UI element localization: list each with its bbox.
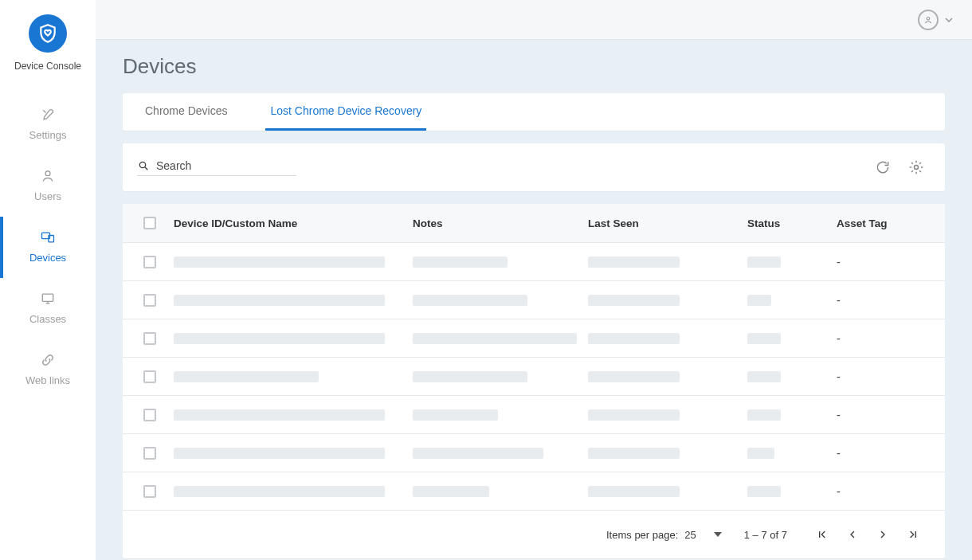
page-range: 1 – 7 of 7 bbox=[744, 529, 787, 541]
sidebar-item-label: Users bbox=[34, 190, 61, 202]
nav: Settings Users Devices Classes bbox=[0, 94, 96, 401]
table-row[interactable]: - bbox=[123, 395, 945, 433]
row-checkbox[interactable] bbox=[143, 485, 156, 498]
items-per-page-label: Items per page: bbox=[606, 529, 678, 541]
search-icon bbox=[137, 159, 150, 172]
svg-point-4 bbox=[927, 17, 930, 20]
chevron-left-icon bbox=[846, 528, 859, 541]
topbar bbox=[96, 0, 972, 40]
placeholder-notes bbox=[413, 333, 577, 344]
last-page-button[interactable] bbox=[900, 522, 926, 547]
svg-point-0 bbox=[45, 171, 50, 176]
placeholder-device bbox=[174, 371, 319, 382]
column-header-status[interactable]: Status bbox=[741, 217, 830, 229]
placeholder-device bbox=[174, 486, 385, 497]
table-row[interactable]: - bbox=[123, 242, 945, 280]
placeholder-notes bbox=[413, 486, 489, 497]
placeholder-status bbox=[747, 371, 781, 382]
sidebar-item-label: Classes bbox=[29, 313, 66, 325]
devices-icon bbox=[40, 229, 56, 245]
avatar bbox=[918, 10, 939, 30]
content-area: Devices Chrome Devices Lost Chrome Devic… bbox=[96, 40, 972, 560]
placeholder-lastseen bbox=[588, 257, 680, 268]
asset-tag-cell: - bbox=[830, 447, 945, 460]
table-header-row: Device ID/Custom Name Notes Last Seen St… bbox=[123, 204, 945, 242]
placeholder-device bbox=[174, 333, 385, 344]
tab-chrome-devices[interactable]: Chrome Devices bbox=[140, 93, 232, 131]
sidebar-item-label: Settings bbox=[29, 129, 67, 141]
user-avatar-icon bbox=[923, 14, 934, 25]
monitor-icon bbox=[40, 291, 56, 307]
placeholder-status bbox=[747, 448, 774, 459]
svg-rect-3 bbox=[42, 294, 53, 301]
link-icon bbox=[40, 352, 56, 368]
table-row[interactable]: - bbox=[123, 319, 945, 357]
table-row[interactable]: - bbox=[123, 433, 945, 472]
column-header-device[interactable]: Device ID/Custom Name bbox=[167, 217, 406, 229]
placeholder-lastseen bbox=[588, 295, 680, 306]
table-row[interactable]: - bbox=[123, 472, 945, 510]
placeholder-device bbox=[174, 448, 385, 459]
placeholder-notes bbox=[413, 257, 508, 268]
placeholder-lastseen bbox=[588, 486, 680, 497]
page-title: Devices bbox=[123, 54, 945, 79]
row-checkbox[interactable] bbox=[143, 447, 156, 460]
placeholder-notes bbox=[413, 448, 543, 459]
row-checkbox[interactable] bbox=[143, 370, 156, 383]
asset-tag-cell: - bbox=[830, 294, 945, 307]
main-column: Devices Chrome Devices Lost Chrome Devic… bbox=[96, 0, 972, 560]
tabs: Chrome Devices Lost Chrome Device Recove… bbox=[123, 93, 945, 131]
user-menu[interactable] bbox=[918, 10, 953, 30]
row-checkbox[interactable] bbox=[143, 294, 156, 307]
next-page-button[interactable] bbox=[870, 522, 896, 547]
table-row[interactable]: - bbox=[123, 357, 945, 395]
tab-lost-chrome-device-recovery[interactable]: Lost Chrome Device Recovery bbox=[265, 93, 426, 131]
placeholder-status bbox=[747, 333, 781, 344]
asset-tag-cell: - bbox=[830, 409, 945, 421]
device-table: Device ID/Custom Name Notes Last Seen St… bbox=[123, 204, 945, 510]
app-name: Device Console bbox=[14, 61, 81, 72]
refresh-button[interactable] bbox=[868, 153, 897, 182]
settings-button[interactable] bbox=[902, 153, 931, 182]
chevron-right-icon bbox=[876, 528, 889, 541]
placeholder-status bbox=[747, 295, 771, 306]
device-table-panel: Device ID/Custom Name Notes Last Seen St… bbox=[123, 204, 945, 558]
caret-down-icon bbox=[714, 532, 722, 537]
app-logo: Device Console bbox=[14, 14, 81, 72]
column-header-assettag[interactable]: Asset Tag bbox=[830, 217, 945, 229]
table-row[interactable]: - bbox=[123, 280, 945, 319]
placeholder-lastseen bbox=[588, 333, 680, 344]
column-header-lastseen[interactable]: Last Seen bbox=[582, 217, 741, 229]
chevron-down-icon bbox=[945, 18, 953, 22]
sidebar-item-weblinks[interactable]: Web links bbox=[0, 339, 96, 401]
sidebar-item-users[interactable]: Users bbox=[0, 155, 96, 217]
sidebar-item-classes[interactable]: Classes bbox=[0, 278, 96, 339]
row-checkbox[interactable] bbox=[143, 409, 156, 421]
sidebar-item-label: Devices bbox=[29, 252, 66, 264]
row-checkbox[interactable] bbox=[143, 332, 156, 345]
page-size-value: 25 bbox=[684, 529, 696, 541]
sidebar-item-label: Web links bbox=[25, 374, 70, 386]
sidebar-item-devices[interactable]: Devices bbox=[0, 217, 96, 278]
first-page-button[interactable] bbox=[809, 522, 835, 547]
wrench-icon bbox=[40, 107, 56, 123]
search-input[interactable] bbox=[156, 159, 296, 172]
sidebar-item-settings[interactable]: Settings bbox=[0, 94, 96, 155]
placeholder-device bbox=[174, 257, 385, 268]
select-all-checkbox[interactable] bbox=[143, 217, 156, 229]
prev-page-button[interactable] bbox=[840, 522, 865, 547]
shield-heart-logo bbox=[29, 14, 67, 53]
search-field[interactable] bbox=[137, 159, 296, 176]
placeholder-notes bbox=[413, 295, 527, 306]
row-checkbox[interactable] bbox=[143, 256, 156, 268]
svg-point-6 bbox=[915, 166, 919, 170]
placeholder-notes bbox=[413, 371, 527, 382]
placeholder-device bbox=[174, 409, 385, 421]
pagination: Items per page: 25 1 – 7 of 7 bbox=[123, 510, 945, 558]
first-page-icon bbox=[816, 528, 829, 541]
page-size-select[interactable]: 25 bbox=[684, 529, 721, 541]
sidebar: Device Console Settings Users Devices bbox=[0, 0, 96, 560]
asset-tag-cell: - bbox=[830, 370, 945, 383]
placeholder-device bbox=[174, 295, 385, 306]
column-header-notes[interactable]: Notes bbox=[406, 217, 582, 229]
